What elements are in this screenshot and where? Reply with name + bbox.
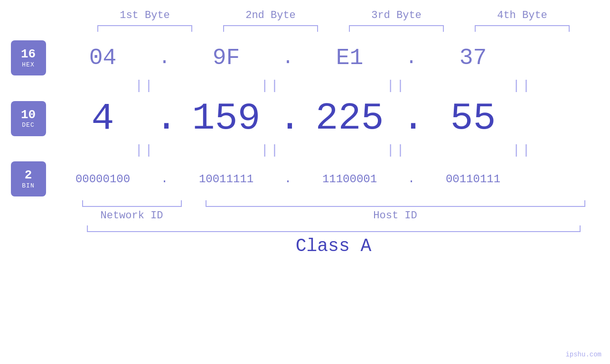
dec-badge-label: DEC xyxy=(22,121,34,129)
dec-dot-1: . xyxy=(155,97,174,140)
hex-val-4: 37 xyxy=(421,45,526,71)
bin-val-3: 11100001 xyxy=(298,173,402,186)
bin-badge: 2 BIN xyxy=(11,161,46,196)
bracket-byte3 xyxy=(349,25,444,32)
bin-val-4: 00110111 xyxy=(421,173,526,186)
byte4-header: 4th Byte xyxy=(470,9,574,21)
bin-row: 2 BIN 00000100 . 10011111 . 11100001 . 0… xyxy=(6,161,604,196)
eq2-1: || xyxy=(93,143,197,158)
bin-dot-3: . xyxy=(402,172,421,186)
eq1-2: || xyxy=(218,78,323,93)
equals-row-2: || || || || xyxy=(82,141,585,159)
hex-row: 16 HEX 04 . 9F . E1 . 37 xyxy=(6,40,604,75)
hex-val-2: 9F xyxy=(174,45,279,71)
bin-values: 00000100 . 10011111 . 11100001 . 0011011… xyxy=(51,172,604,186)
host-id-bracket xyxy=(206,200,585,207)
bracket-byte1 xyxy=(97,25,192,32)
network-id-label: Network ID xyxy=(82,210,182,222)
eq2-3: || xyxy=(344,143,449,158)
eq2-4: || xyxy=(470,143,574,158)
dec-badge: 10 DEC xyxy=(11,101,46,136)
eq1-3: || xyxy=(344,78,449,93)
bin-dot-2: . xyxy=(279,172,298,186)
bin-val-1: 00000100 xyxy=(51,173,155,186)
id-labels-row: Network ID Host ID xyxy=(82,210,585,222)
eq2-2: || xyxy=(218,143,323,158)
dec-row: 10 DEC 4 . 159 . 225 . 55 xyxy=(6,97,604,140)
dec-val-3: 225 xyxy=(298,97,402,140)
dec-dot-3: . xyxy=(402,97,421,140)
byte1-header: 1st Byte xyxy=(93,9,197,21)
class-bracket xyxy=(87,225,581,232)
bin-val-2: 10011111 xyxy=(174,173,279,186)
hex-badge-number: 16 xyxy=(21,47,36,61)
dec-badge-number: 10 xyxy=(21,108,36,122)
host-id-label: Host ID xyxy=(206,210,585,222)
eq1-1: || xyxy=(93,78,197,93)
top-brackets-row xyxy=(82,25,585,32)
hex-values: 04 . 9F . E1 . 37 xyxy=(51,45,604,71)
bottom-brackets-container xyxy=(82,200,585,207)
bin-badge-container: 2 BIN xyxy=(6,161,51,196)
hex-dot-2: . xyxy=(279,47,298,69)
eq1-4: || xyxy=(470,78,574,93)
dec-val-4: 55 xyxy=(421,97,526,140)
dec-badge-container: 10 DEC xyxy=(6,101,51,136)
hex-val-3: E1 xyxy=(298,45,402,71)
hex-val-1: 04 xyxy=(51,45,155,71)
hex-badge-container: 16 HEX xyxy=(6,40,51,75)
byte3-header: 3rd Byte xyxy=(344,9,449,21)
watermark: ipshu.com xyxy=(565,351,601,358)
bracket-byte4 xyxy=(475,25,570,32)
bin-badge-label: BIN xyxy=(22,182,34,189)
byte2-header: 2nd Byte xyxy=(218,9,323,21)
hex-badge: 16 HEX xyxy=(11,40,46,75)
hex-badge-label: HEX xyxy=(22,61,34,68)
id-gap xyxy=(182,210,206,222)
dec-val-2: 159 xyxy=(174,97,279,140)
network-id-bracket xyxy=(82,200,182,207)
bracket-byte2 xyxy=(223,25,318,32)
class-label: Class A xyxy=(87,236,581,256)
byte-headers-row: 1st Byte 2nd Byte 3rd Byte 4th Byte xyxy=(82,9,585,21)
hex-dot-1: . xyxy=(155,47,174,69)
dec-values: 4 . 159 . 225 . 55 xyxy=(51,97,604,140)
main-container: 1st Byte 2nd Byte 3rd Byte 4th Byte 16 H… xyxy=(0,0,610,364)
dec-dot-2: . xyxy=(279,97,298,140)
dec-val-1: 4 xyxy=(51,97,155,140)
hex-dot-3: . xyxy=(402,47,421,69)
bin-badge-number: 2 xyxy=(25,168,32,182)
bin-dot-1: . xyxy=(155,172,174,186)
equals-row-1: || || || || xyxy=(82,76,585,95)
